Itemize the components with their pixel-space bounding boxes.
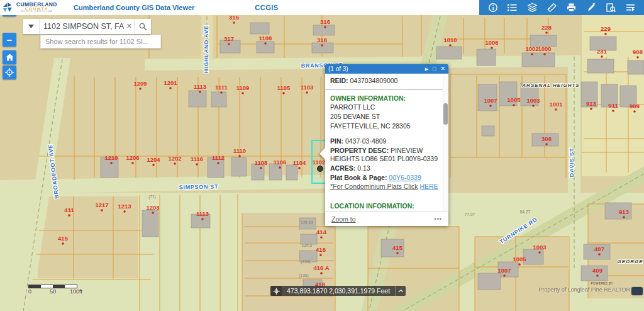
map-label-parcel: 416 A: [314, 264, 330, 271]
popup-footer: Zoom to •••: [325, 212, 448, 226]
attribution-logo: [631, 287, 643, 295]
locate-button[interactable]: [3, 65, 16, 79]
pin-value: 0437-03-4809: [345, 137, 386, 145]
map-label-parcel: 1006: [485, 39, 498, 46]
condo-link[interactable]: HERE: [419, 183, 438, 190]
popup-scrollbar-thumb[interactable]: [443, 103, 448, 125]
parcel-point: [264, 42, 267, 45]
map-label-parcel: 1003: [533, 244, 546, 251]
search-icon: [139, 23, 147, 31]
parcel-point: [131, 162, 134, 164]
parcel-point: [282, 92, 285, 94]
query-icon[interactable]: [603, 1, 618, 14]
popup-maximize-icon[interactable]: □: [433, 66, 436, 72]
legend-icon[interactable]: [505, 1, 520, 14]
scale-zero: 0: [28, 288, 31, 295]
owner-name: PARROTT LLC: [330, 103, 438, 112]
map-label-parcel: 317: [224, 35, 234, 42]
map-container[interactable]: HIGHLAND AVEBRANSON STBROADFOOT AVESIMPS…: [0, 15, 644, 311]
map-label-parcel: 1213: [118, 203, 131, 210]
parcel-point: [491, 47, 493, 49]
plat-link[interactable]: 00Y6-0339: [389, 174, 421, 181]
map-label-parcel: 1203: [146, 204, 159, 211]
scale-fifty: 50: [50, 288, 56, 295]
parcel-point: [319, 254, 322, 256]
coordinate-readout: 473,893.1870 2,030,391.1979 Feet: [282, 287, 395, 295]
map-label-parcel: 416: [316, 246, 326, 253]
map-label-dim: 128.63: [301, 220, 313, 225]
crosshair-icon[interactable]: [270, 286, 282, 296]
parcel-point: [633, 110, 636, 113]
clear-search-icon[interactable]: ✕: [126, 22, 132, 30]
scale-hundred: 100ft: [70, 288, 82, 295]
map-label-parcel: 415: [392, 244, 403, 251]
map-label-parcel: 415: [58, 235, 69, 242]
chevron-down-icon: [28, 25, 34, 28]
parcel-point: [152, 212, 154, 214]
app-code: CCGIS: [255, 4, 278, 11]
map-label-dim: (136): [299, 273, 308, 278]
parcel-point: [321, 44, 323, 47]
parcel-point: [513, 104, 515, 106]
map-label-dim: 130.3: [302, 243, 313, 247]
draw-icon[interactable]: [584, 1, 599, 14]
parcel-point: [636, 56, 639, 59]
search-button[interactable]: [134, 19, 151, 34]
parcel-point: [139, 88, 142, 90]
parcel-point: [101, 209, 103, 212]
map-label-parcel: 911: [608, 102, 618, 109]
info-icon[interactable]: [486, 1, 501, 14]
owner-addr2: FAYETTEVILLE, NC 28305: [330, 122, 438, 131]
results-icon[interactable]: [623, 1, 638, 14]
map-label-parcel: 1005: [507, 96, 521, 103]
search-input[interactable]: [40, 19, 124, 34]
header-toolbar: [479, 0, 644, 15]
acres-value: 0.13: [357, 164, 370, 172]
locate-icon: [5, 68, 14, 77]
parcel-point: [531, 53, 533, 55]
coords-expand-icon[interactable]: [395, 286, 406, 296]
popup-scrollbar[interactable]: [443, 75, 448, 211]
search-source-dropdown[interactable]: [23, 19, 40, 34]
parcel-point: [449, 44, 452, 47]
desc-label: PROPERTY DESC:: [330, 147, 389, 154]
map-label-parcel: 231: [597, 48, 608, 55]
parcel-point: [279, 166, 281, 169]
parcel-point: [298, 167, 301, 169]
zoom-to-link[interactable]: Zoom to: [331, 215, 356, 223]
acres-label: ACRES:: [330, 164, 355, 172]
parcel-point: [324, 26, 326, 28]
map-label-parcel: 1110: [233, 147, 246, 154]
parcel-point: [503, 274, 506, 277]
popup-close-icon[interactable]: ✕: [440, 66, 445, 72]
map-label-parcel: 315: [229, 15, 240, 21]
layers-icon[interactable]: [525, 1, 540, 14]
map-label-parcel: 1202: [168, 155, 181, 162]
map-label-parcel: 1007: [497, 267, 511, 274]
zoom-out-label: −: [7, 35, 13, 45]
map-canvas[interactable]: HIGHLAND AVEBRANSON STBROADFOOT AVESIMPS…: [0, 15, 644, 311]
parcel-point: [174, 162, 176, 165]
map-label-parcel: 1217: [95, 201, 108, 208]
popup-more-actions[interactable]: •••: [435, 216, 442, 222]
map-label-place: ARSENAL HEIGHTS: [521, 82, 579, 88]
home-button[interactable]: [3, 50, 16, 64]
zoom-out-button[interactable]: −: [3, 33, 16, 47]
map-label-parcel: 1005: [513, 256, 526, 263]
map-label-parcel: 1002: [525, 45, 538, 52]
map-label-parcel: 1104: [293, 159, 306, 166]
map-label-parcel: 1116: [191, 156, 203, 162]
print-icon[interactable]: [564, 1, 579, 14]
map-label-dim: (71): [148, 195, 156, 200]
search-suggestion[interactable]: Show search results for 1102 SI...: [40, 35, 161, 48]
parcel-point: [201, 218, 204, 220]
scale-bar: 0 50 100ft: [28, 285, 77, 295]
logo-line3: NORTH CAROLINA: [16, 11, 57, 13]
popup-next-icon[interactable]: ▶: [425, 67, 428, 71]
parcel-point: [623, 216, 625, 218]
measure-icon[interactable]: [544, 1, 559, 14]
selected-feature-marker[interactable]: [318, 166, 323, 172]
map-label-parcel: 414: [316, 229, 327, 235]
map-label-parcel: 409: [592, 267, 602, 274]
parcel-point: [532, 105, 535, 107]
